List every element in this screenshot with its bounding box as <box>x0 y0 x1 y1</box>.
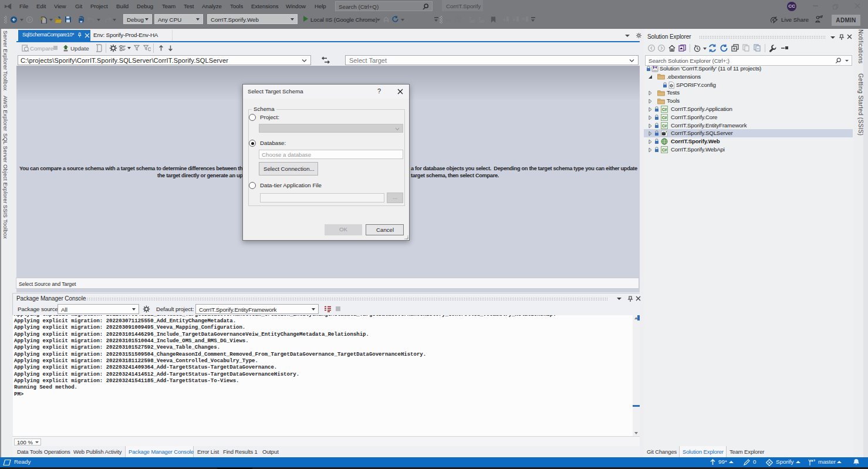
svg-text:C#: C# <box>662 123 667 127</box>
svg-text:C#: C# <box>662 148 667 152</box>
svg-text:C#: C# <box>662 115 667 119</box>
svg-text:C#: C# <box>662 107 667 112</box>
